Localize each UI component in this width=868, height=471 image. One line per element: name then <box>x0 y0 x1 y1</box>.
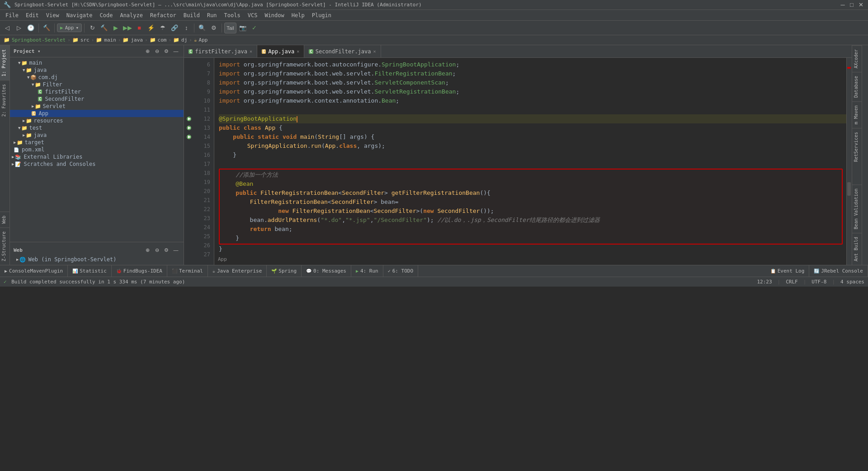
bottom-tab-java-enterprise[interactable]: ☕ Java Enterprise <box>208 265 267 277</box>
toolbar-stop-button[interactable]: ■ <box>134 23 145 33</box>
bottom-tab-consolemavenplugin[interactable]: ▶ ConsoleMavenPlugin <box>0 265 68 277</box>
tree-item-resources[interactable]: ▶ 📁 resources <box>10 117 184 124</box>
tree-item-comdj[interactable]: ▼ 📦 com.dj <box>10 74 184 81</box>
status-indent[interactable]: 4 spaces <box>840 279 864 285</box>
bottom-tab-todo[interactable]: ✓ 6: TODO <box>383 265 418 277</box>
tree-item-servlet[interactable]: ▶ 📁 Servlet <box>10 103 184 110</box>
menu-vcs[interactable]: VCS <box>244 11 261 19</box>
toolbar-search-button[interactable]: 🔍 <box>197 23 208 33</box>
bc-main[interactable]: main <box>104 37 116 43</box>
status-charset[interactable]: UTF-8 <box>811 279 826 285</box>
toolbar-build-button[interactable]: 🔨 <box>41 23 52 33</box>
menu-run[interactable]: Run <box>203 11 221 19</box>
bc-springboot[interactable]: Springboot-Servlet <box>12 37 66 43</box>
status-crlf[interactable]: CRLF <box>786 279 798 285</box>
close-button[interactable]: ✕ <box>857 1 864 9</box>
gutter-run-13[interactable] <box>184 123 194 132</box>
toolbar-check-button[interactable]: ✓ <box>249 23 260 33</box>
right-tool-ant-build[interactable]: Ant Build <box>852 233 862 265</box>
toolbar-reload-button[interactable]: ↻ <box>87 23 98 33</box>
menu-help[interactable]: Help <box>288 11 308 19</box>
toolbar-attach-button[interactable]: 🔗 <box>169 23 180 33</box>
tree-item-pom[interactable]: 📄 pom.xml <box>10 146 184 153</box>
tree-item-test-java[interactable]: ▶ 📁 java <box>10 132 184 139</box>
bottom-tab-jrebel[interactable]: 🔄 JRebel Console <box>809 265 868 277</box>
maximize-button[interactable]: □ <box>848 1 855 9</box>
tree-item-ext-libs[interactable]: ▶ 📚 External Libraries <box>10 153 184 160</box>
bc-com[interactable]: com <box>158 37 167 43</box>
gutter-run-14[interactable] <box>184 132 194 141</box>
bc-src[interactable]: src <box>80 37 90 43</box>
vtab-favorites[interactable]: 2: Favorites <box>0 80 9 120</box>
toolbar-recent-button[interactable]: 🕐 <box>25 23 36 33</box>
menu-tools[interactable]: Tools <box>221 11 244 19</box>
bc-java[interactable]: java <box>131 37 143 43</box>
code-content[interactable]: import org.springframework.boot.autoconf… <box>214 58 846 265</box>
minimize-button[interactable]: ─ <box>839 1 846 9</box>
toolbar-sync-button[interactable]: ↕ <box>181 23 192 33</box>
vtab-web[interactable]: Web <box>0 212 9 227</box>
tab-app[interactable]: C App.java ✕ <box>257 45 304 57</box>
sidebar-expand-all-button[interactable]: ⊕ <box>143 47 151 55</box>
tree-item-scratches[interactable]: ▶ 📝 Scratches and Consoles <box>10 160 184 168</box>
sidebar-close-button[interactable]: — <box>172 47 180 55</box>
menu-file[interactable]: File <box>2 11 22 19</box>
tree-item-main[interactable]: ▼ 📁 main <box>10 59 184 66</box>
tab-close-firstfilter[interactable]: ✕ <box>250 49 252 54</box>
sidebar-collapse-button[interactable]: ⊖ <box>153 47 161 55</box>
right-tool-retservices[interactable]: RetServices <box>852 128 862 165</box>
menu-view[interactable]: View <box>42 11 63 19</box>
gutter-run-12[interactable] <box>184 114 194 123</box>
menu-build[interactable]: Build <box>180 11 203 19</box>
web-settings-button[interactable]: ⚙ <box>162 246 170 254</box>
tail-button[interactable]: Tail <box>224 23 236 33</box>
sidebar-settings-button[interactable]: ⚙ <box>162 47 170 55</box>
right-tool-database[interactable]: Database <box>852 72 862 101</box>
bottom-tab-statistic[interactable]: 📊 Statistic <box>68 265 112 277</box>
bottom-tab-run[interactable]: ▶ 4: Run <box>351 265 383 277</box>
tab-firstfilter[interactable]: C firstFilter.java ✕ <box>184 45 257 57</box>
menu-edit[interactable]: Edit <box>22 11 42 19</box>
toolbar-build-all-button[interactable]: 🔨 <box>99 23 109 33</box>
bottom-tab-terminal[interactable]: ⬛ Terminal <box>167 265 208 277</box>
web-expand-button[interactable]: ⊕ <box>143 246 151 254</box>
toolbar-back-button[interactable]: ◁ <box>2 23 13 33</box>
tree-item-secondfilter[interactable]: C SecondFilter <box>10 95 184 103</box>
bc-dj[interactable]: dj <box>181 37 187 43</box>
tree-item-app[interactable]: C App <box>10 110 184 117</box>
bottom-tab-spring[interactable]: 🌱 Spring <box>267 265 302 277</box>
vtab-structure[interactable]: Z-Structure <box>0 227 9 265</box>
right-tool-bean-validation[interactable]: Bean Validation <box>852 184 862 233</box>
tree-item-filter[interactable]: ▼ 📁 Filter <box>10 81 184 88</box>
tab-close-secondfilter[interactable]: ✕ <box>373 49 376 54</box>
bottom-tab-findbugs[interactable]: 🐞 FindBugs-IDEA <box>112 265 167 277</box>
menu-code[interactable]: Code <box>96 11 117 19</box>
tab-close-app[interactable]: ✕ <box>297 49 299 54</box>
run-config-dropdown[interactable]: ▶ App ▾ <box>57 24 82 32</box>
toolbar-replace-button[interactable]: ⚙ <box>208 23 219 33</box>
toolbar-forward-button[interactable]: ▷ <box>14 23 24 33</box>
bottom-tab-event-log[interactable]: 📋 Event Log <box>766 265 810 277</box>
bottom-tab-messages[interactable]: 💬 0: Messages <box>302 265 351 277</box>
right-tool-axcoder[interactable]: AXcoder <box>852 45 862 72</box>
web-tree-item[interactable]: ▶ 🌐 Web (in Springboot-Servlet) <box>10 256 184 263</box>
vtab-project[interactable]: 1: Project <box>0 45 9 80</box>
menu-navigate[interactable]: Navigate <box>63 11 96 19</box>
menu-analyze[interactable]: Analyze <box>116 11 146 19</box>
tab-secondfilter[interactable]: C SecondFilter.java ✕ <box>304 45 381 57</box>
toolbar-debug-button[interactable]: ▶ <box>110 23 121 33</box>
web-collapse-button[interactable]: ⊖ <box>153 246 161 254</box>
toolbar-photo-button[interactable]: 📷 <box>237 23 248 33</box>
right-tool-maven[interactable]: m Maven <box>852 101 862 128</box>
status-time[interactable]: 12:23 <box>757 279 772 285</box>
menu-window[interactable]: Window <box>261 11 288 19</box>
toolbar-profile-button[interactable]: ⚡ <box>146 23 156 33</box>
tree-item-java[interactable]: ▼ 📁 java <box>10 66 184 74</box>
toolbar-coverage-button[interactable]: ☂ <box>157 23 168 33</box>
bc-app[interactable]: App <box>199 37 208 43</box>
tree-item-test[interactable]: ▼ 📁 test <box>10 124 184 132</box>
web-close-button[interactable]: — <box>172 246 180 254</box>
toolbar-run2-button[interactable]: ▶▶ <box>122 23 133 33</box>
right-scrollbar[interactable] <box>846 58 852 265</box>
menu-refactor[interactable]: Refactor <box>146 11 180 19</box>
